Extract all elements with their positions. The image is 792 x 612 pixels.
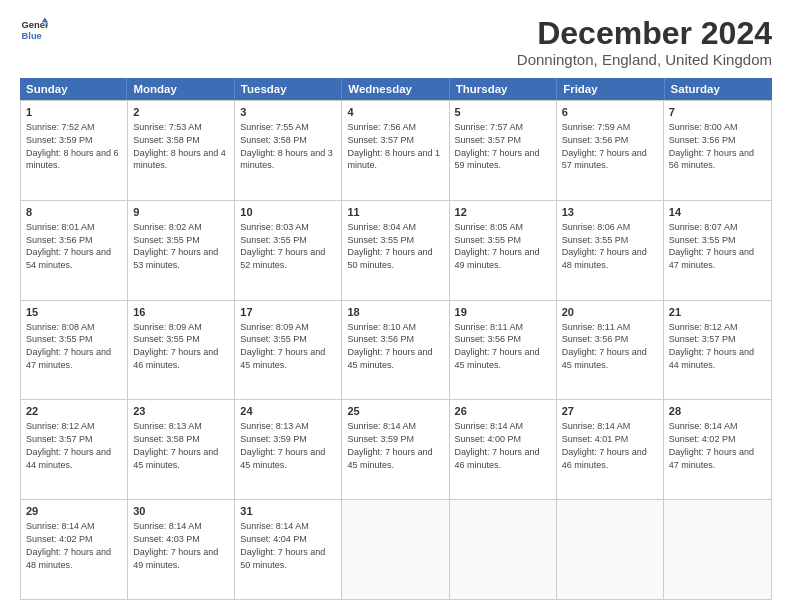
day-cell: 19Sunrise: 8:11 AM Sunset: 3:56 PM Dayli… <box>450 301 557 400</box>
day-cell: 6Sunrise: 7:59 AM Sunset: 3:56 PM Daylig… <box>557 101 664 200</box>
day-info: Sunrise: 8:14 AM Sunset: 4:04 PM Dayligh… <box>240 521 325 569</box>
day-number: 22 <box>26 404 122 419</box>
weekday-header: Wednesday <box>342 78 449 100</box>
day-cell: 25Sunrise: 8:14 AM Sunset: 3:59 PM Dayli… <box>342 400 449 499</box>
day-info: Sunrise: 8:11 AM Sunset: 3:56 PM Dayligh… <box>562 322 647 370</box>
day-info: Sunrise: 8:12 AM Sunset: 3:57 PM Dayligh… <box>669 322 754 370</box>
day-number: 26 <box>455 404 551 419</box>
month-title: December 2024 <box>517 16 772 51</box>
empty-cell <box>557 500 664 599</box>
day-info: Sunrise: 7:59 AM Sunset: 3:56 PM Dayligh… <box>562 122 647 170</box>
day-number: 27 <box>562 404 658 419</box>
calendar-row: 1Sunrise: 7:52 AM Sunset: 3:59 PM Daylig… <box>21 100 771 200</box>
day-cell: 28Sunrise: 8:14 AM Sunset: 4:02 PM Dayli… <box>664 400 771 499</box>
day-info: Sunrise: 8:07 AM Sunset: 3:55 PM Dayligh… <box>669 222 754 270</box>
day-number: 7 <box>669 105 766 120</box>
day-info: Sunrise: 8:14 AM Sunset: 4:00 PM Dayligh… <box>455 421 540 469</box>
day-number: 29 <box>26 504 122 519</box>
day-cell: 10Sunrise: 8:03 AM Sunset: 3:55 PM Dayli… <box>235 201 342 300</box>
day-cell: 13Sunrise: 8:06 AM Sunset: 3:55 PM Dayli… <box>557 201 664 300</box>
location: Donnington, England, United Kingdom <box>517 51 772 68</box>
day-info: Sunrise: 7:53 AM Sunset: 3:58 PM Dayligh… <box>133 122 226 170</box>
day-cell: 16Sunrise: 8:09 AM Sunset: 3:55 PM Dayli… <box>128 301 235 400</box>
day-number: 13 <box>562 205 658 220</box>
day-cell: 4Sunrise: 7:56 AM Sunset: 3:57 PM Daylig… <box>342 101 449 200</box>
day-cell: 31Sunrise: 8:14 AM Sunset: 4:04 PM Dayli… <box>235 500 342 599</box>
calendar-row: 22Sunrise: 8:12 AM Sunset: 3:57 PM Dayli… <box>21 399 771 499</box>
day-info: Sunrise: 8:09 AM Sunset: 3:55 PM Dayligh… <box>133 322 218 370</box>
weekday-header: Thursday <box>450 78 557 100</box>
day-cell: 7Sunrise: 8:00 AM Sunset: 3:56 PM Daylig… <box>664 101 771 200</box>
day-number: 31 <box>240 504 336 519</box>
day-info: Sunrise: 8:14 AM Sunset: 4:02 PM Dayligh… <box>26 521 111 569</box>
day-number: 10 <box>240 205 336 220</box>
day-info: Sunrise: 8:12 AM Sunset: 3:57 PM Dayligh… <box>26 421 111 469</box>
calendar: SundayMondayTuesdayWednesdayThursdayFrid… <box>20 78 772 600</box>
day-info: Sunrise: 8:14 AM Sunset: 3:59 PM Dayligh… <box>347 421 432 469</box>
calendar-body: 1Sunrise: 7:52 AM Sunset: 3:59 PM Daylig… <box>20 100 772 600</box>
weekday-header: Tuesday <box>235 78 342 100</box>
day-cell: 1Sunrise: 7:52 AM Sunset: 3:59 PM Daylig… <box>21 101 128 200</box>
calendar-row: 15Sunrise: 8:08 AM Sunset: 3:55 PM Dayli… <box>21 300 771 400</box>
day-number: 15 <box>26 305 122 320</box>
day-cell: 21Sunrise: 8:12 AM Sunset: 3:57 PM Dayli… <box>664 301 771 400</box>
day-info: Sunrise: 8:02 AM Sunset: 3:55 PM Dayligh… <box>133 222 218 270</box>
day-number: 11 <box>347 205 443 220</box>
empty-cell <box>664 500 771 599</box>
weekday-header: Saturday <box>665 78 772 100</box>
calendar-header: SundayMondayTuesdayWednesdayThursdayFrid… <box>20 78 772 100</box>
logo: General Blue <box>20 16 48 44</box>
day-info: Sunrise: 8:03 AM Sunset: 3:55 PM Dayligh… <box>240 222 325 270</box>
day-number: 25 <box>347 404 443 419</box>
day-number: 21 <box>669 305 766 320</box>
day-info: Sunrise: 8:13 AM Sunset: 3:58 PM Dayligh… <box>133 421 218 469</box>
day-cell: 27Sunrise: 8:14 AM Sunset: 4:01 PM Dayli… <box>557 400 664 499</box>
day-cell: 11Sunrise: 8:04 AM Sunset: 3:55 PM Dayli… <box>342 201 449 300</box>
day-cell: 17Sunrise: 8:09 AM Sunset: 3:55 PM Dayli… <box>235 301 342 400</box>
day-number: 23 <box>133 404 229 419</box>
day-cell: 9Sunrise: 8:02 AM Sunset: 3:55 PM Daylig… <box>128 201 235 300</box>
day-info: Sunrise: 8:14 AM Sunset: 4:03 PM Dayligh… <box>133 521 218 569</box>
svg-text:Blue: Blue <box>22 31 42 41</box>
day-cell: 20Sunrise: 8:11 AM Sunset: 3:56 PM Dayli… <box>557 301 664 400</box>
day-info: Sunrise: 8:11 AM Sunset: 3:56 PM Dayligh… <box>455 322 540 370</box>
day-info: Sunrise: 8:00 AM Sunset: 3:56 PM Dayligh… <box>669 122 754 170</box>
day-cell: 2Sunrise: 7:53 AM Sunset: 3:58 PM Daylig… <box>128 101 235 200</box>
day-info: Sunrise: 8:10 AM Sunset: 3:56 PM Dayligh… <box>347 322 432 370</box>
day-info: Sunrise: 8:05 AM Sunset: 3:55 PM Dayligh… <box>455 222 540 270</box>
weekday-header: Sunday <box>20 78 127 100</box>
day-cell: 12Sunrise: 8:05 AM Sunset: 3:55 PM Dayli… <box>450 201 557 300</box>
day-cell: 23Sunrise: 8:13 AM Sunset: 3:58 PM Dayli… <box>128 400 235 499</box>
day-number: 6 <box>562 105 658 120</box>
day-info: Sunrise: 8:13 AM Sunset: 3:59 PM Dayligh… <box>240 421 325 469</box>
day-info: Sunrise: 8:08 AM Sunset: 3:55 PM Dayligh… <box>26 322 111 370</box>
day-info: Sunrise: 7:52 AM Sunset: 3:59 PM Dayligh… <box>26 122 119 170</box>
day-cell: 8Sunrise: 8:01 AM Sunset: 3:56 PM Daylig… <box>21 201 128 300</box>
day-cell: 30Sunrise: 8:14 AM Sunset: 4:03 PM Dayli… <box>128 500 235 599</box>
day-number: 24 <box>240 404 336 419</box>
empty-cell <box>342 500 449 599</box>
day-cell: 14Sunrise: 8:07 AM Sunset: 3:55 PM Dayli… <box>664 201 771 300</box>
day-cell: 22Sunrise: 8:12 AM Sunset: 3:57 PM Dayli… <box>21 400 128 499</box>
day-number: 30 <box>133 504 229 519</box>
day-info: Sunrise: 8:14 AM Sunset: 4:02 PM Dayligh… <box>669 421 754 469</box>
day-number: 12 <box>455 205 551 220</box>
day-number: 3 <box>240 105 336 120</box>
calendar-row: 29Sunrise: 8:14 AM Sunset: 4:02 PM Dayli… <box>21 499 771 599</box>
empty-cell <box>450 500 557 599</box>
day-number: 8 <box>26 205 122 220</box>
day-number: 9 <box>133 205 229 220</box>
calendar-row: 8Sunrise: 8:01 AM Sunset: 3:56 PM Daylig… <box>21 200 771 300</box>
day-info: Sunrise: 8:04 AM Sunset: 3:55 PM Dayligh… <box>347 222 432 270</box>
header: General Blue December 2024 Donnington, E… <box>20 16 772 68</box>
page: General Blue December 2024 Donnington, E… <box>0 0 792 612</box>
day-info: Sunrise: 8:09 AM Sunset: 3:55 PM Dayligh… <box>240 322 325 370</box>
day-info: Sunrise: 7:55 AM Sunset: 3:58 PM Dayligh… <box>240 122 333 170</box>
day-cell: 29Sunrise: 8:14 AM Sunset: 4:02 PM Dayli… <box>21 500 128 599</box>
day-info: Sunrise: 7:57 AM Sunset: 3:57 PM Dayligh… <box>455 122 540 170</box>
weekday-header: Friday <box>557 78 664 100</box>
weekday-header: Monday <box>127 78 234 100</box>
day-number: 20 <box>562 305 658 320</box>
day-number: 4 <box>347 105 443 120</box>
day-cell: 3Sunrise: 7:55 AM Sunset: 3:58 PM Daylig… <box>235 101 342 200</box>
